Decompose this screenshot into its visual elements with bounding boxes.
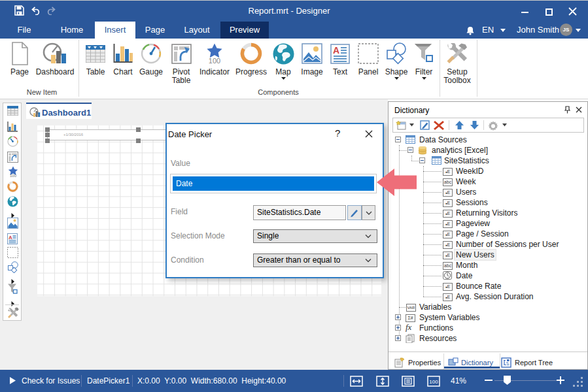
svg-text:A: A [333,45,339,56]
svg-text:100: 100 [209,57,220,64]
svg-text:100: 100 [10,174,17,178]
svg-text:A: A [9,234,12,240]
svg-text:100: 100 [429,379,438,385]
